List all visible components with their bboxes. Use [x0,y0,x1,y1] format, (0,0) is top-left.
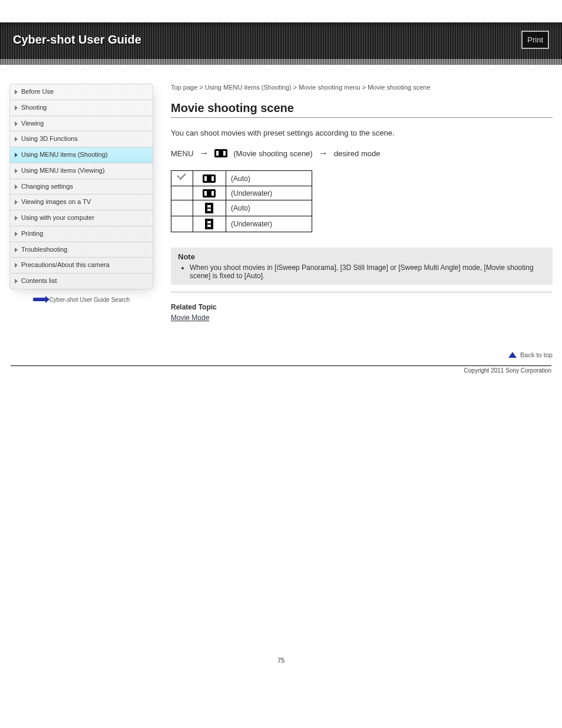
table-row: (Auto) [171,171,312,186]
sidebar-item-label: Viewing [21,120,44,128]
sidebar-item-contents-list[interactable]: Contents list [10,274,153,289]
sidebar-item-label: Printing [21,230,43,238]
sidebar-item-label: Contents list [21,277,57,285]
sidebar-item-label: Before Use [21,88,54,96]
arrow-right-icon: → [319,148,328,159]
chevron-right-icon [15,200,18,205]
sidebar-item-label: Using with your computer [21,214,94,222]
table-row: (Underwater) [171,186,312,200]
sidebar-item-viewing[interactable]: Viewing [10,116,153,132]
sidebar-item-changing-settings[interactable]: Changing settings [10,179,153,195]
option-label: (Auto) [226,171,312,186]
sidebar-item-label: Using MENU items (Viewing) [21,167,105,175]
chevron-right-icon [15,137,18,141]
arrow-right-icon [33,298,46,301]
note-title: Note [178,252,546,261]
movie-scene-icon [214,149,227,157]
sidebar-item-label: Using 3D Functions [21,135,78,143]
sidebar-item-3d[interactable]: Using 3D Functions [10,131,153,147]
option-label: (Underwater) [226,186,312,200]
sidebar-item-label: Shooting [21,104,47,112]
sidebar-item-shooting[interactable]: Shooting [10,100,153,116]
menu-step-1: MENU [171,149,193,158]
movie-reel-auto-icon [205,203,213,213]
table-row: (Underwater) [171,216,312,232]
sidebar-item-before-use[interactable]: Before Use [10,84,153,100]
breadcrumb: Top page > Using MENU items (Shooting) >… [171,84,553,91]
option-label: (Underwater) [226,216,312,232]
chevron-right-icon [15,153,18,157]
movie-underwater-icon [203,189,216,197]
chevron-right-icon [15,121,18,126]
sidebar-item-label: Using MENU items (Shooting) [21,151,108,159]
print-button[interactable]: Print [521,31,549,49]
page-title: Movie shooting scene [171,101,553,115]
content-area: Top page > Using MENU items (Shooting) >… [171,84,553,358]
sidebar-item-label: Precautions/About this camera [21,261,110,269]
sidebar-item-printing[interactable]: Printing [10,226,153,242]
divider [171,117,553,118]
chevron-right-icon [15,263,18,268]
page-description: You can shoot movies with preset setting… [171,129,553,137]
option-label: (Auto) [226,200,312,216]
back-to-top[interactable]: Back to top [171,351,553,358]
chevron-right-icon [15,279,18,284]
movie-auto-icon [203,174,216,183]
chevron-right-icon [15,216,18,220]
search-link[interactable]: Cyber-shot User Guide Search [9,297,153,303]
divider [171,292,553,292]
note-box: Note When you shoot movies in [iSweep Pa… [171,248,553,285]
sidebar-item-label: Changing settings [21,183,73,191]
related-link[interactable]: Movie Mode [171,314,209,322]
sidebar-item-label: Troubleshooting [21,246,67,254]
copyright: Copyright 2011 Sony Corporation [0,366,562,374]
chevron-right-icon [15,185,18,189]
options-table: (Auto) (Underwater) (Auto) (Underwater) [171,170,312,232]
related-title: Related Topic [171,303,553,311]
sidebar-item-computer[interactable]: Using with your computer [10,210,153,226]
note-item: When you shoot movies in [iSweep Panoram… [190,263,546,280]
sidebar-item-tv[interactable]: Viewing images on a TV [10,195,153,210]
triangle-up-icon [508,352,517,358]
page-number: 75 [0,657,562,664]
chevron-right-icon [15,106,18,110]
menu-step-2: (Movie shooting scene) [233,149,312,158]
menu-path: MENU → (Movie shooting scene) → desired … [171,148,553,159]
arrow-right-icon: → [199,148,209,159]
back-to-top-label: Back to top [520,351,553,358]
header-band: Cyber-shot User Guide Print [0,22,562,59]
search-link-label: Cyber-shot User Guide Search [49,297,130,303]
sidebar-item-troubleshooting[interactable]: Troubleshooting [10,242,153,258]
chevron-right-icon [15,90,18,94]
chevron-right-icon [15,169,18,173]
table-row: (Auto) [171,200,312,216]
chevron-right-icon [15,248,18,252]
chevron-right-icon [15,232,18,236]
sidebar-item-menu-shooting[interactable]: Using MENU items (Shooting) [10,147,153,163]
sidebar-nav: Before Use Shooting Viewing Using 3D Fun… [9,84,153,289]
sidebar-item-label: Viewing images on a TV [21,198,91,206]
header-title: Cyber-shot User Guide [13,33,141,47]
movie-reel-underwater-icon [205,219,213,229]
sidebar-item-menu-viewing[interactable]: Using MENU items (Viewing) [10,163,153,179]
menu-step-3: desired mode [334,149,381,158]
check-icon [176,173,187,182]
sidebar-item-precautions[interactable]: Precautions/About this camera [10,258,153,274]
